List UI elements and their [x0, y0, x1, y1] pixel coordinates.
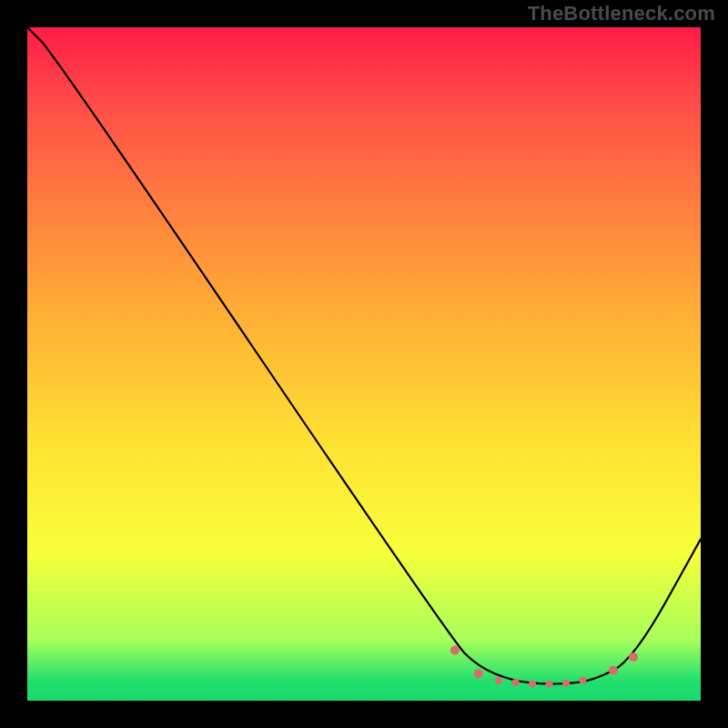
watermark-text: TheBottleneck.com	[528, 2, 715, 25]
bottleneck-curve	[27, 27, 701, 684]
highlight-dot	[450, 646, 460, 655]
highlight-dot	[474, 669, 483, 678]
highlight-dot	[495, 677, 502, 684]
highlight-dot	[512, 679, 520, 686]
highlight-dot	[629, 652, 638, 662]
chart-frame: TheBottleneck.com	[0, 0, 728, 728]
highlight-dot	[546, 681, 553, 688]
highlight-dot	[529, 681, 536, 688]
plot-area	[27, 27, 701, 701]
highlight-dot	[609, 666, 618, 675]
highlight-dot	[580, 677, 587, 684]
curve-svg	[27, 27, 701, 701]
marker-group	[450, 646, 638, 688]
highlight-dot	[562, 680, 570, 687]
